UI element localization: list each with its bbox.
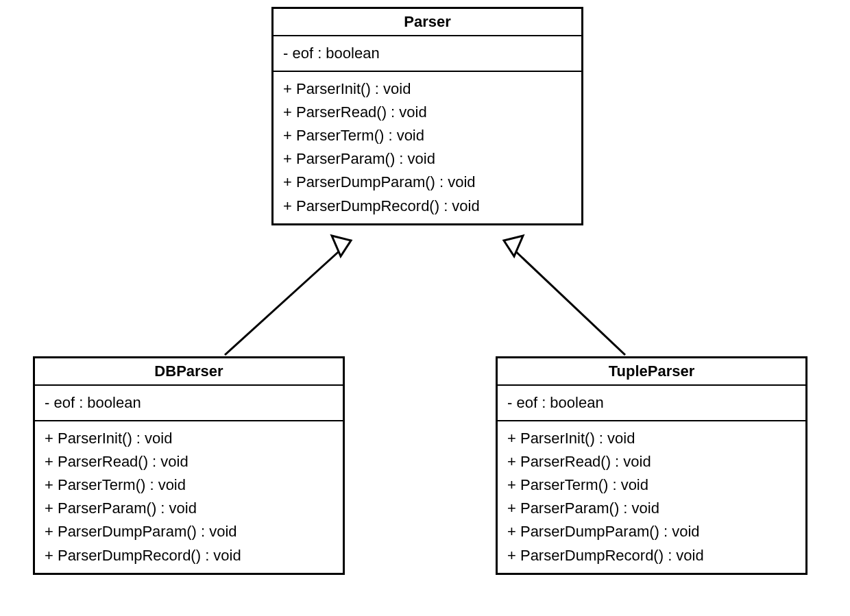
attribute-row: - eof : boolean bbox=[283, 42, 572, 65]
class-dbparser-name: DBParser bbox=[35, 358, 343, 386]
operation-row: + ParserInit() : void bbox=[283, 77, 572, 101]
operation-row: + ParserTerm() : void bbox=[45, 473, 333, 497]
svg-line-1 bbox=[511, 247, 625, 355]
class-parser-attributes: - eof : boolean bbox=[274, 36, 581, 72]
operation-row: + ParserParam() : void bbox=[507, 497, 796, 520]
class-parser-operations: + ParserInit() : void + ParserRead() : v… bbox=[274, 72, 581, 223]
operation-row: + ParserRead() : void bbox=[507, 450, 796, 473]
operation-row: + ParserParam() : void bbox=[283, 147, 572, 171]
operation-row: + ParserInit() : void bbox=[507, 427, 796, 450]
operation-row: + ParserDumpRecord() : void bbox=[283, 195, 572, 218]
class-tupleparser: TupleParser - eof : boolean + ParserInit… bbox=[496, 356, 807, 575]
class-parser-name: Parser bbox=[274, 9, 581, 36]
operation-row: + ParserTerm() : void bbox=[507, 473, 796, 497]
class-tupleparser-attributes: - eof : boolean bbox=[498, 386, 805, 421]
operation-row: + ParserParam() : void bbox=[45, 497, 333, 520]
attribute-row: - eof : boolean bbox=[45, 391, 333, 415]
operation-row: + ParserDumpRecord() : void bbox=[507, 544, 796, 567]
svg-line-0 bbox=[225, 247, 344, 355]
generalization-arrowhead-icon bbox=[332, 236, 351, 256]
class-dbparser-attributes: - eof : boolean bbox=[35, 386, 343, 421]
operation-row: + ParserDumpParam() : void bbox=[507, 520, 796, 543]
attribute-row: - eof : boolean bbox=[507, 391, 796, 415]
operation-row: + ParserDumpRecord() : void bbox=[45, 544, 333, 567]
class-parser: Parser - eof : boolean + ParserInit() : … bbox=[271, 7, 583, 225]
operation-row: + ParserRead() : void bbox=[45, 450, 333, 473]
generalization-tupleparser-to-parser bbox=[504, 236, 625, 355]
operation-row: + ParserRead() : void bbox=[283, 101, 572, 124]
generalization-dbparser-to-parser bbox=[225, 236, 351, 355]
operation-row: + ParserTerm() : void bbox=[283, 124, 572, 147]
class-tupleparser-name: TupleParser bbox=[498, 358, 805, 386]
class-tupleparser-operations: + ParserInit() : void + ParserRead() : v… bbox=[498, 421, 805, 573]
class-dbparser: DBParser - eof : boolean + ParserInit() … bbox=[33, 356, 345, 575]
operation-row: + ParserDumpParam() : void bbox=[45, 520, 333, 543]
generalization-arrowhead-icon bbox=[504, 236, 523, 256]
class-dbparser-operations: + ParserInit() : void + ParserRead() : v… bbox=[35, 421, 343, 573]
operation-row: + ParserDumpParam() : void bbox=[283, 171, 572, 194]
operation-row: + ParserInit() : void bbox=[45, 427, 333, 450]
